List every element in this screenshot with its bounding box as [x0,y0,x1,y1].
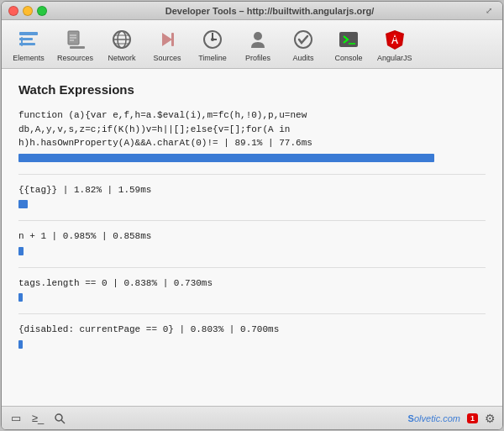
watch-bar-1 [18,154,434,162]
profiles-label: Profiles [245,54,270,62]
elements-icon [15,26,42,53]
svg-point-19 [211,38,214,41]
watch-bar-container-2 [18,200,486,208]
watch-code-4: tags.length == 0 | 0.838% | 0.730ms [18,276,486,291]
watch-code-3: n + 1 | 0.985% | 0.858ms [18,229,486,244]
watch-item-2: {{tag}} | 1.82% | 1.59ms [18,183,486,209]
audits-label: Audits [293,54,314,62]
toolbar-item-console[interactable]: Console [327,24,370,65]
svg-point-28 [55,414,62,421]
svg-rect-3 [21,37,23,46]
resize-icon: ⤢ [486,6,496,16]
svg-rect-27 [394,37,396,40]
watch-bar-container-4 [18,293,486,302]
section-title: Watch Expressions [18,82,486,97]
logo-text: olvetic.com [414,413,460,423]
timeline-icon [199,26,226,53]
watch-bar-5 [18,340,23,349]
watch-item-4: tags.length == 0 | 0.838% | 0.730ms [18,276,486,302]
titlebar: Developer Tools – http://builtwith.angul… [2,2,502,20]
divider-2 [18,220,486,221]
toolbar-item-profiles[interactable]: Profiles [236,24,280,65]
console-label: Console [335,54,363,62]
window-controls [8,6,47,16]
network-icon [108,26,135,53]
dock-icon[interactable]: ▭ [8,411,24,426]
divider-1 [18,174,486,175]
resources-icon [62,26,89,53]
devtools-toolbar: Elements Resources [2,20,502,69]
svg-rect-5 [70,46,85,49]
logo-prefix: S [408,413,414,423]
maximize-button[interactable] [37,6,47,16]
settings-icon[interactable]: ⚙ [485,412,496,425]
minimize-button[interactable] [23,6,33,16]
toolbar-item-timeline[interactable]: Timeline [191,24,234,65]
toolbar-item-network[interactable]: Network [100,24,144,65]
sources-icon [154,26,181,53]
watch-bar-4 [18,293,23,302]
toolbar-item-audits[interactable]: Audits [281,24,325,65]
divider-4 [18,313,486,314]
solvetic-logo: Solvetic.com [408,413,460,423]
watch-code-2: {{tag}} | 1.82% | 1.59ms [18,183,486,197]
toolbar-item-angularjs[interactable]: AngularJS [372,24,417,65]
watch-item-1: function (a){var e,f,h=a.$eval(i),m=fc(h… [18,108,486,162]
watch-code-1: function (a){var e,f,h=a.$eval(i),m=fc(h… [18,108,486,150]
watch-item-3: n + 1 | 0.985% | 0.858ms [18,229,486,255]
watch-bar-3 [18,247,24,255]
divider-3 [18,267,486,268]
toolbar-item-resources[interactable]: Resources [52,24,98,65]
angularjs-label: AngularJS [377,54,412,62]
network-label: Network [108,54,136,62]
watch-bar-container-3 [18,247,486,255]
main-panel: Watch Expressions function (a){var e,f,h… [2,69,502,406]
svg-point-20 [254,32,262,40]
window-title: Developer Tools – http://builtwith.angul… [54,6,486,16]
bottombar: ▭ ≥_ Solvetic.com 1 ⚙ [2,406,502,429]
error-badge: 1 [467,413,478,423]
audits-icon [290,26,317,53]
svg-line-29 [61,420,65,423]
console-icon [335,26,362,53]
profiles-icon [244,26,271,53]
watch-code-5: {disabled: currentPage == 0} | 0.803% | … [18,323,486,337]
search-icon[interactable] [52,411,67,426]
close-button[interactable] [8,6,18,16]
console-toggle-icon[interactable]: ≥_ [30,411,45,426]
devtools-window: Developer Tools – http://builtwith.angul… [1,1,503,430]
svg-rect-15 [171,33,174,46]
svg-rect-0 [19,32,38,35]
watch-bar-container-1 [18,154,486,162]
sources-label: Sources [154,54,181,62]
watch-bar-2 [18,200,28,208]
svg-marker-14 [162,33,172,46]
watch-item-5: {disabled: currentPage == 0} | 0.803% | … [18,323,486,349]
timeline-label: Timeline [198,54,227,62]
angularjs-icon [381,26,408,53]
resources-label: Resources [57,54,93,62]
watch-bar-container-5 [18,340,486,349]
toolbar-item-elements[interactable]: Elements [7,24,50,65]
elements-label: Elements [13,54,45,62]
toolbar-item-sources[interactable]: Sources [145,24,189,65]
